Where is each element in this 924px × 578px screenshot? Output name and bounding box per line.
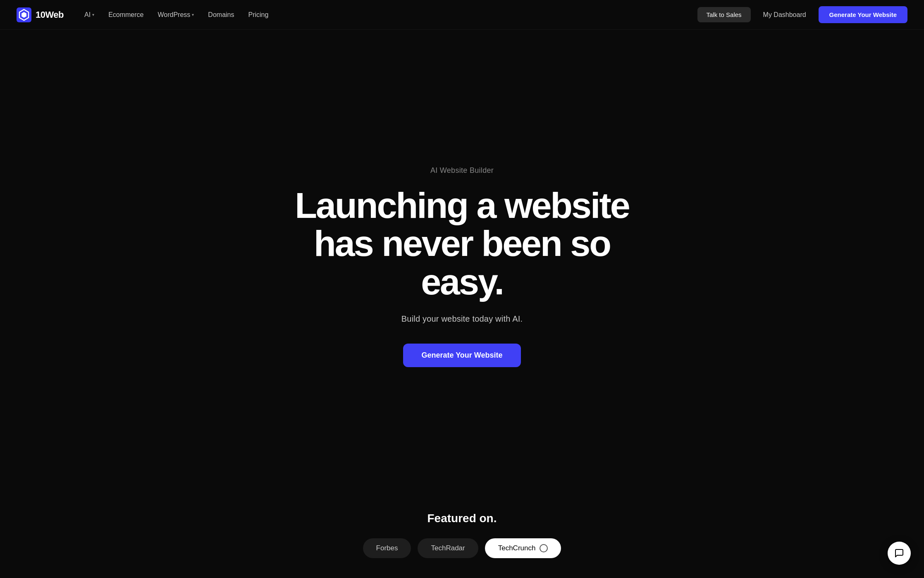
chat-support-button[interactable]: [888, 542, 911, 565]
nav-link-pricing[interactable]: Pricing: [242, 8, 274, 22]
nav-links: AI ▾ Ecommerce WordPress ▾ Domains Prici…: [79, 8, 274, 22]
featured-title: Featured on.: [427, 512, 497, 525]
chevron-down-icon: ▾: [92, 12, 94, 17]
logo-icon: [17, 7, 31, 22]
nav-link-ai[interactable]: AI ▾: [79, 8, 100, 22]
chat-icon: [894, 548, 904, 558]
nav-right: Talk to Sales My Dashboard Generate Your…: [697, 6, 907, 23]
nav-left: 10Web AI ▾ Ecommerce WordPress ▾ Domains…: [17, 7, 274, 22]
hero-subtitle: Build your website today with AI.: [401, 314, 523, 324]
brand-name: 10Web: [36, 10, 64, 20]
generate-website-button-hero[interactable]: Generate Your Website: [403, 344, 520, 367]
navbar: 10Web AI ▾ Ecommerce WordPress ▾ Domains…: [0, 0, 924, 30]
hero-title: Launching a website has never been so ea…: [276, 186, 648, 301]
featured-logo-techradar[interactable]: TechRadar: [418, 538, 478, 558]
techcrunch-icon: [540, 544, 548, 552]
my-dashboard-link[interactable]: My Dashboard: [757, 8, 812, 22]
generate-website-button-nav[interactable]: Generate Your Website: [819, 6, 907, 23]
hero-section: AI Website Builder Launching a website h…: [0, 30, 924, 495]
nav-link-domains[interactable]: Domains: [202, 8, 240, 22]
featured-logos: Forbes TechRadar TechCrunch: [363, 538, 561, 558]
nav-link-ecommerce[interactable]: Ecommerce: [103, 8, 149, 22]
chevron-down-icon: ▾: [192, 12, 194, 17]
nav-link-wordpress[interactable]: WordPress ▾: [152, 8, 200, 22]
logo[interactable]: 10Web: [17, 7, 64, 22]
featured-section: Featured on. Forbes TechRadar TechCrunch: [0, 495, 924, 578]
talk-to-sales-button[interactable]: Talk to Sales: [697, 7, 751, 22]
hero-eyebrow: AI Website Builder: [430, 166, 494, 175]
featured-logo-forbes[interactable]: Forbes: [363, 538, 411, 558]
featured-logo-techcrunch[interactable]: TechCrunch: [485, 538, 561, 558]
